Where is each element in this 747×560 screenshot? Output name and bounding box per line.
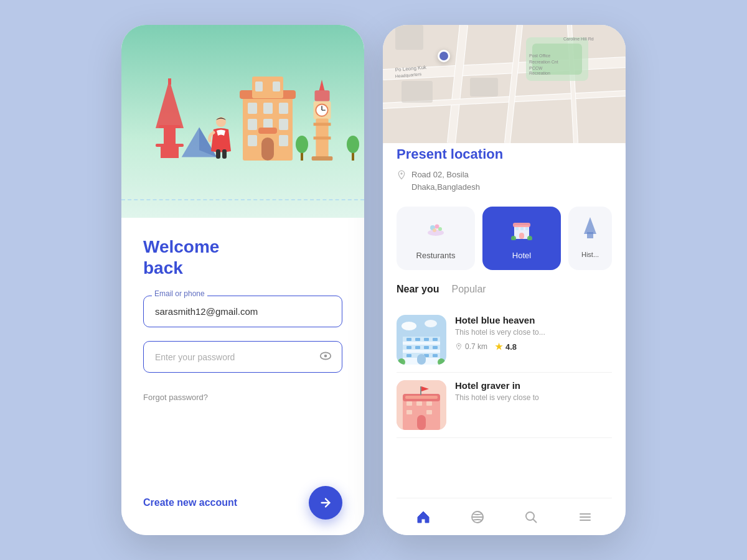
- svg-rect-111: [406, 410, 412, 414]
- svg-rect-58: [470, 78, 498, 96]
- location-pin-icon: [397, 170, 406, 182]
- hotel-distance: 0.7 km: [455, 342, 487, 351]
- svg-rect-19: [261, 138, 274, 161]
- big-ben-icon: [305, 80, 339, 163]
- hotel-label: Hotel: [512, 251, 531, 260]
- svg-rect-113: [417, 415, 426, 430]
- svg-rect-57: [402, 81, 433, 103]
- svg-rect-94: [415, 346, 420, 349]
- svg-rect-30: [314, 123, 331, 126]
- svg-rect-14: [248, 119, 257, 130]
- hotel-list: Hotel blue heaven This hotel is very clo…: [397, 307, 612, 498]
- svg-marker-0: [156, 80, 184, 128]
- tree-icon: [294, 136, 309, 163]
- hotel-item[interactable]: Hotel blue heaven This hotel is very clo…: [397, 307, 612, 373]
- svg-point-71: [433, 228, 436, 232]
- svg-point-70: [438, 227, 442, 231]
- svg-rect-39: [222, 149, 227, 159]
- svg-rect-110: [426, 401, 432, 406]
- create-account-link[interactable]: Create new account: [143, 497, 237, 508]
- svg-line-118: [533, 519, 537, 523]
- svg-text:PCCW: PCCW: [529, 66, 543, 70]
- svg-rect-20: [258, 128, 277, 134]
- login-form: Welcome back Email or phone Forgot passw…: [121, 218, 364, 535]
- svg-point-83: [402, 322, 416, 330]
- svg-rect-24: [314, 90, 329, 101]
- svg-rect-109: [416, 401, 422, 406]
- categories-row: Resturants: [397, 207, 612, 270]
- svg-point-34: [296, 136, 308, 153]
- svg-rect-91: [424, 338, 429, 341]
- hotel-desc: This hotel is very close to...: [455, 328, 612, 337]
- category-history[interactable]: Hist...: [568, 207, 612, 270]
- tab-popular[interactable]: Popular: [451, 284, 486, 297]
- forgot-password-link[interactable]: Forgot password?: [143, 393, 342, 408]
- tree-icon: [345, 136, 360, 163]
- address-text: Road 02, Bosila Dhaka,Bangladesh: [411, 169, 480, 193]
- hotel-meta: 0.7 km ★ 4.8: [455, 342, 612, 352]
- login-footer: Create new account: [143, 486, 342, 520]
- svg-rect-32: [312, 156, 333, 161]
- svg-rect-13: [279, 103, 288, 114]
- svg-point-41: [324, 354, 327, 357]
- svg-rect-107: [405, 396, 438, 399]
- tab-near-you[interactable]: Near you: [397, 284, 439, 297]
- map-view: Post Office Recreation Cnt PCCW Recreati…: [383, 25, 626, 143]
- hotel-thumbnail: [397, 380, 446, 430]
- hotel-name: Hotel blue heaven: [455, 315, 612, 325]
- login-phone: Welcome back Email or phone Forgot passw…: [121, 25, 364, 535]
- category-hotel[interactable]: Hotel: [482, 207, 561, 270]
- password-input[interactable]: [143, 341, 342, 373]
- svg-rect-74: [519, 233, 524, 239]
- svg-rect-56: [395, 25, 423, 50]
- svg-text:Caroline Hill Rd: Caroline Hill Rd: [563, 37, 594, 41]
- history-label: Hist...: [581, 251, 599, 258]
- building-icon: [237, 70, 299, 163]
- star-icon: ★: [495, 342, 503, 352]
- svg-text:Post Office: Post Office: [529, 54, 550, 58]
- svg-rect-4: [161, 147, 179, 158]
- nav-search[interactable]: [519, 505, 543, 530]
- nav-explore[interactable]: [465, 505, 490, 530]
- nav-home[interactable]: [411, 505, 436, 530]
- svg-marker-23: [319, 80, 325, 91]
- svg-rect-100: [417, 354, 426, 365]
- nav-menu[interactable]: [573, 505, 598, 530]
- svg-rect-31: [314, 136, 331, 139]
- email-label: Email or phone: [152, 289, 207, 298]
- svg-rect-89: [406, 338, 411, 341]
- hero-illustration: [121, 25, 364, 218]
- svg-marker-80: [584, 217, 596, 234]
- hotel-thumbnail: [397, 315, 446, 365]
- category-restaurants[interactable]: Resturants: [397, 207, 475, 270]
- svg-rect-77: [525, 227, 529, 230]
- location-title: Present location: [397, 146, 612, 162]
- tabs-row: Near you Popular: [397, 284, 612, 297]
- svg-point-36: [347, 136, 359, 153]
- svg-rect-90: [415, 338, 420, 341]
- svg-rect-81: [587, 232, 593, 238]
- restaurant-label: Resturants: [416, 251, 456, 260]
- svg-point-103: [458, 345, 460, 347]
- svg-rect-75: [515, 227, 519, 230]
- svg-rect-99: [433, 354, 438, 357]
- location-address: Road 02, Bosila Dhaka,Bangladesh: [397, 169, 612, 193]
- svg-rect-5: [168, 78, 171, 85]
- svg-rect-112: [426, 410, 432, 414]
- history-category-icon: [581, 217, 599, 245]
- password-field-group: [143, 341, 342, 373]
- svg-point-26: [316, 104, 327, 116]
- svg-rect-17: [248, 135, 257, 146]
- svg-rect-21: [255, 82, 263, 91]
- hotel-info: Hotel graver in This hotel is very close…: [455, 380, 612, 407]
- hotel-item[interactable]: Hotel graver in This hotel is very close…: [397, 373, 612, 438]
- password-toggle-icon[interactable]: [319, 349, 332, 365]
- svg-rect-92: [433, 338, 438, 341]
- login-submit-button[interactable]: [309, 486, 342, 520]
- svg-rect-12: [263, 103, 273, 114]
- email-input[interactable]: [143, 296, 342, 327]
- svg-rect-18: [279, 135, 288, 146]
- svg-rect-76: [520, 227, 524, 230]
- map-location-pin: [438, 50, 450, 62]
- svg-rect-3: [156, 144, 184, 147]
